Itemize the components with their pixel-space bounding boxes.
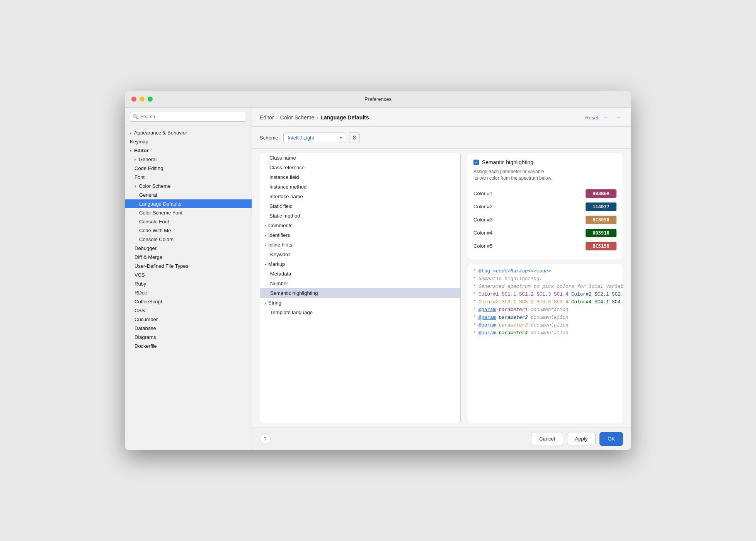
maximize-button[interactable] (148, 97, 153, 102)
tree-item-class-reference[interactable]: Class reference (260, 163, 460, 172)
reset-button[interactable]: Reset (585, 115, 598, 121)
sidebar-item-code-editing[interactable]: Code Editing (125, 164, 252, 173)
sidebar-item-debugger[interactable]: Debugger (125, 244, 252, 253)
semantic-desc-line2: its own color from the spectrum below: (473, 175, 553, 181)
breadcrumb-sep-2: › (317, 115, 318, 120)
sidebar-item-css[interactable]: CSS (125, 306, 252, 315)
color-swatch-3[interactable]: BC8650 (586, 216, 616, 224)
tree-item-instance-field[interactable]: Instance field (260, 172, 460, 182)
search-input[interactable] (130, 112, 247, 122)
sidebar-item-label: VCS (135, 272, 145, 278)
sidebar-item-editor[interactable]: ▾ Editor (125, 146, 252, 155)
sidebar-item-label: Code With Me (139, 228, 171, 233)
scheme-select-wrapper: IntelliJ Light (283, 132, 345, 143)
sidebar-item-general-top[interactable]: ▸ General (125, 155, 252, 164)
sidebar-item-console-colors[interactable]: Console Colors (125, 235, 252, 244)
sidebar-item-code-with-me[interactable]: Code With Me (125, 226, 252, 235)
sidebar-item-label: Language Defaults (139, 201, 181, 207)
sidebar-item-font[interactable]: Font (125, 173, 252, 182)
tree-item-label: Class name (269, 155, 296, 161)
tree-item-interface-name[interactable]: Interface name (260, 192, 460, 201)
sidebar-item-color-scheme-font[interactable]: Color Scheme Font (125, 208, 252, 217)
close-button[interactable] (131, 97, 136, 102)
code-line-4: * Color#1 SC1.1 SC1.2 SC1.3 SC1.4 Color#… (467, 291, 623, 298)
back-button[interactable]: ← (601, 113, 611, 122)
sidebar-item-label: Code Editing (135, 165, 163, 171)
chevron-icon: ▾ (135, 184, 136, 188)
code-line-9: * @param parameter4 documentation (467, 329, 623, 337)
sidebar-item-diagrams[interactable]: Diagrams (125, 333, 252, 342)
tree-item-string[interactable]: ▸ String (260, 298, 460, 308)
tree-item-number[interactable]: Number (260, 279, 460, 288)
sidebar-item-cucumber[interactable]: Cucumber (125, 315, 252, 324)
tree-item-label: Comments (268, 223, 293, 228)
chevron-icon: ▸ (265, 233, 267, 237)
color-row-5: Color #5 BC5150 (473, 240, 616, 253)
sidebar-item-coffeescript[interactable]: CoffeeScript (125, 297, 252, 306)
apply-button[interactable]: Apply (567, 432, 596, 446)
gear-button[interactable]: ⚙ (349, 132, 360, 143)
sidebar-item-diff-merge[interactable]: Diff & Merge (125, 253, 252, 262)
tree-item-class-name[interactable]: Class name (260, 153, 460, 163)
color-swatch-2[interactable]: 114D77 (586, 202, 616, 211)
tree-list: Class name Class reference Instance fiel… (260, 153, 461, 423)
sidebar-item-vcs[interactable]: VCS (125, 270, 252, 279)
sidebar-item-keymap[interactable]: Keymap (125, 137, 252, 146)
cancel-button[interactable]: Cancel (531, 432, 563, 446)
sidebar-item-rdoc[interactable]: RDoc (125, 288, 252, 297)
sidebar-item-console-font[interactable]: Console Font (125, 217, 252, 226)
scheme-select[interactable]: IntelliJ Light (283, 132, 345, 143)
tree-item-static-field[interactable]: Static field (260, 201, 460, 211)
chevron-icon: ▸ (265, 301, 267, 305)
tree-item-label: Number (265, 281, 288, 286)
tree-item-metadata[interactable]: Metadata (260, 269, 460, 279)
color-swatch-5[interactable]: BC5150 (586, 242, 616, 250)
tree-item-static-method[interactable]: Static method (260, 211, 460, 221)
forward-button[interactable]: → (614, 113, 623, 122)
sidebar-item-label: RDoc (135, 290, 147, 296)
sidebar-item-color-scheme[interactable]: ▾ Color Scheme (125, 182, 252, 191)
color-swatch-1[interactable]: 9B3B6A (586, 189, 616, 198)
sidebar-item-database[interactable]: Database (125, 324, 252, 333)
semantic-desc-line1: Assign each parameter or variable (473, 169, 544, 174)
tree-item-label: Identifiers (268, 232, 290, 238)
tree-item-keyword[interactable]: Keyword (260, 250, 460, 259)
sidebar-item-ruby[interactable]: Ruby (125, 279, 252, 288)
sidebar-item-language-defaults[interactable]: Language Defaults (125, 199, 252, 208)
sidebar-item-label: Debugger (135, 245, 157, 251)
search-icon: 🔍 (133, 114, 138, 119)
search-bar: 🔍 (125, 108, 252, 126)
tree-item-semantic-highlighting[interactable]: Semantic highlighting (260, 288, 460, 298)
sidebar-item-label: CSS (135, 308, 145, 313)
help-button[interactable]: ? (260, 434, 271, 444)
sidebar-item-label: General (139, 192, 157, 198)
tree-item-identifiers[interactable]: ▸ Identifiers (260, 230, 460, 240)
sidebar-item-user-defined[interactable]: User-Defined File Types (125, 262, 252, 270)
tree-item-label: Markup (268, 261, 285, 267)
sidebar-item-label: Color Scheme (139, 183, 170, 189)
tree-item-template-language[interactable]: Template language (260, 308, 460, 317)
sidebar-item-label: Appearance & Behavior (134, 130, 187, 136)
sidebar-item-appearance[interactable]: ▸ Appearance & Behavior (125, 128, 252, 137)
color-swatch-4[interactable]: 005910 (586, 229, 616, 237)
tree-item-inline-hints[interactable]: ▸ Inline hints (260, 240, 460, 250)
chevron-icon: ▸ (135, 158, 136, 162)
tree-item-instance-method[interactable]: Instance method (260, 182, 460, 192)
chevron-icon: ▾ (130, 149, 132, 153)
sidebar-item-label: Editor (134, 148, 149, 153)
titlebar: Preferences (125, 91, 631, 108)
tree-item-comments[interactable]: ▸ Comments (260, 221, 460, 230)
ok-button[interactable]: OK (599, 432, 623, 446)
color-label-4: Color #4 (473, 230, 492, 236)
semantic-checkbox[interactable] (473, 160, 479, 165)
tree-item-markup[interactable]: ▸ Markup (260, 259, 460, 269)
main-panel: Editor › Color Scheme › Language Default… (252, 108, 631, 450)
sidebar-item-label: Diff & Merge (135, 254, 162, 260)
sidebar-item-dockerfile[interactable]: Dockerfile (125, 342, 252, 350)
minimize-button[interactable] (140, 97, 145, 102)
sidebar-item-color-scheme-general[interactable]: General (125, 191, 252, 199)
sidebar-item-label: CoffeeScript (135, 299, 162, 305)
breadcrumb-color-scheme: Color Scheme (280, 114, 315, 121)
semantic-panel: Semantic highlighting Assign each parame… (467, 153, 623, 259)
sidebar-item-label: General (139, 157, 157, 162)
